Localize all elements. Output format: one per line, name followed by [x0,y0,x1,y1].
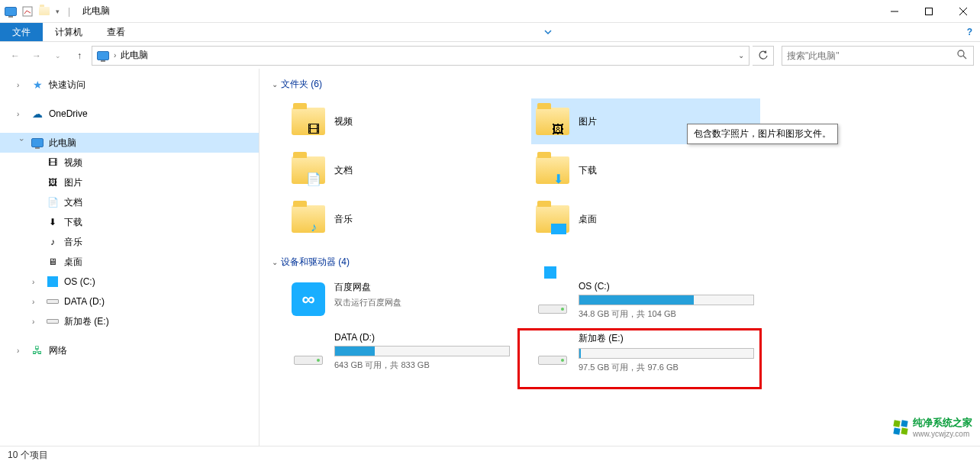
tree-label: 下载 [64,216,82,229]
group-header-devices[interactable]: ⌄ 设备和驱动器 (4) [272,253,968,276]
windows-icon [46,275,60,289]
tree-label: 文档 [64,196,82,209]
nav-back-button[interactable]: ← [6,47,24,65]
music-folder-icon: ♪ [290,201,327,237]
sidebar-item-music[interactable]: ♪ 音乐 [0,232,259,252]
drive-usage-bar [579,295,754,305]
navbar: ← → ⌄ ↑ › 此电脑 ⌄ [0,42,980,69]
nav-recent-dropdown[interactable]: ⌄ [49,47,67,65]
folder-item-documents[interactable]: 📄 文档 [287,147,516,193]
sidebar-item-downloads[interactable]: ⬇ 下载 [0,212,259,232]
tree-label: 此电脑 [49,137,76,150]
chevron-right-icon[interactable]: › [17,347,26,355]
tree-label: 音乐 [64,236,82,249]
maximize-button[interactable] [911,0,946,23]
sidebar-item-onedrive[interactable]: › ☁ OneDrive [0,104,259,124]
svg-rect-9 [893,427,900,434]
group-title: 文件夹 (6) [281,78,322,91]
folder-label: 下载 [579,164,597,177]
drive-name: DATA (D:) [334,332,513,343]
tree-label: OneDrive [49,108,88,119]
svg-rect-7 [893,420,900,427]
ribbon-expand[interactable] [536,23,560,41]
drive-item-c[interactable]: OS (C:) 34.8 GB 可用，共 104 GB [531,276,760,324]
address-bar[interactable]: › 此电脑 ⌄ [92,46,750,66]
group-header-folders[interactable]: ⌄ 文件夹 (6) [272,75,968,98]
address-segment[interactable]: 此电脑 [121,49,148,62]
search-input[interactable] [787,50,956,61]
nav-up-button[interactable]: ↑ [70,47,89,65]
nav-forward-button[interactable]: → [27,47,46,65]
search-box[interactable] [782,46,974,66]
app-icon [5,5,17,18]
drive-name: 百度网盘 [334,281,513,294]
tree-label: OS (C:) [64,276,95,287]
qat-properties-icon[interactable] [20,5,35,18]
sidebar-item-network[interactable]: › 🖧 网络 [0,340,259,360]
folder-label: 音乐 [334,213,353,226]
sidebar-item-drive-d[interactable]: › DATA (D:) [0,292,259,311]
tree-label: 桌面 [64,256,82,269]
tree-label: 快速访问 [49,79,85,92]
ribbon-tab-computer[interactable]: 计算机 [43,23,95,41]
content-area: ⌄ 文件夹 (6) 🎞 视频 🖼 图片 📄 文档 ⬇ 下载 ♪ 音乐 [260,69,980,446]
watermark-url: www.ycwjzy.com [913,430,972,438]
desktop-icon: 🖥 [46,255,60,269]
drive-icon [534,281,571,318]
address-dropdown-icon[interactable]: ⌄ [738,51,744,60]
folder-label: 桌面 [579,213,597,226]
sidebar-item-drive-e[interactable]: › 新加卷 (E:) [0,311,259,331]
titlebar-separator: | [68,6,70,17]
pictures-icon: 🖼 [46,176,60,189]
sidebar-item-videos[interactable]: 🎞 视频 [0,153,259,172]
close-button[interactable] [946,0,980,23]
tree-label: 网络 [49,344,67,357]
folder-label: 视频 [334,115,353,128]
sidebar-item-pictures[interactable]: 🖼 图片 [0,172,259,192]
sidebar-item-documents[interactable]: 📄 文档 [0,192,259,212]
ribbon-tab-file[interactable]: 文件 [0,23,43,41]
drive-icon [46,295,60,308]
titlebar: ▾ | 此电脑 [0,0,980,23]
chevron-right-icon[interactable]: › [17,81,26,89]
chevron-right-icon[interactable]: › [32,278,41,286]
ribbon: 文件 计算机 查看 ? [0,23,980,42]
drive-subtitle: 双击运行百度网盘 [334,297,513,308]
qat-dropdown[interactable]: ▾ [53,8,62,15]
drive-icon [46,314,60,328]
chevron-right-icon[interactable]: › [32,298,41,306]
svg-line-6 [963,56,966,59]
search-icon[interactable] [956,49,969,62]
sidebar-item-this-pc[interactable]: › 此电脑 [0,133,259,153]
drive-item-baidu[interactable]: ∞ 百度网盘 双击运行百度网盘 [287,276,516,324]
folder-item-music[interactable]: ♪ 音乐 [287,196,516,242]
chevron-right-icon[interactable]: › [32,318,41,326]
minimize-button[interactable] [877,0,911,23]
sidebar-item-desktop[interactable]: 🖥 桌面 [0,252,259,272]
sidebar-item-quick-access[interactable]: › ★ 快速访问 [0,75,259,95]
downloads-icon: ⬇ [46,215,60,229]
statusbar: 10 个项目 [0,446,980,461]
folder-item-downloads[interactable]: ⬇ 下载 [531,147,760,193]
chevron-down-icon: ⌄ [272,258,278,266]
monitor-icon [31,136,44,150]
documents-icon: 📄 [46,195,60,209]
drive-item-d[interactable]: DATA (D:) 643 GB 可用，共 833 GB [287,327,516,378]
address-chevron-icon[interactable]: › [114,51,116,60]
ribbon-tab-view[interactable]: 查看 [95,23,137,41]
downloads-folder-icon: ⬇ [534,152,571,189]
qat-newfolder-icon[interactable] [38,5,50,18]
folder-item-desktop[interactable]: 桌面 [531,196,760,242]
chevron-down-icon: ⌄ [272,80,278,89]
svg-rect-10 [901,427,907,434]
chevron-right-icon[interactable]: › [17,110,26,118]
drive-item-e[interactable]: 新加卷 (E:) 97.5 GB 可用，共 97.6 GB [531,327,760,378]
folder-item-videos[interactable]: 🎞 视频 [287,98,516,144]
chevron-down-icon[interactable]: › [18,138,26,147]
refresh-button[interactable] [753,46,774,66]
sidebar-item-drive-c[interactable]: › OS (C:) [0,272,259,292]
status-item-count: 10 个项目 [8,449,48,461]
svg-rect-8 [901,420,907,427]
music-icon: ♪ [46,235,60,249]
ribbon-help-icon[interactable]: ? [959,23,980,41]
